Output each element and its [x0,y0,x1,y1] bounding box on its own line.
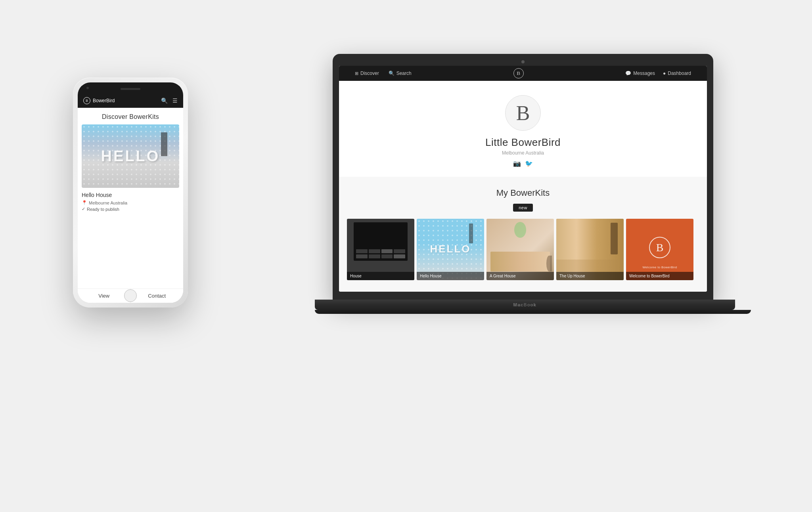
phone-brand: B BowerBird [83,97,115,104]
laptop-nav-center: B [513,68,524,78]
bowerkits-section: My BowerKits new [339,177,707,291]
contact-button[interactable]: Contact [131,289,184,303]
laptop-foot [315,310,751,314]
dashboard-nav-item[interactable]: ● Dashboard [663,71,691,76]
search-nav-item[interactable]: 🔍 Search [389,71,412,76]
laptop-navbar: ⊞ Discover 🔍 Search B [339,66,707,81]
instagram-icon[interactable]: 📷 [513,160,521,167]
logo-letter: B [517,70,520,76]
logo-circle[interactable]: B [513,68,524,78]
laptop-base: MacBook [315,300,735,310]
twitter-icon[interactable]: 🐦 [525,160,533,167]
phone-speaker [121,88,140,90]
laptop-body: ⊞ Discover 🔍 Search B [333,54,713,300]
card-label-up: The Up House [556,272,624,280]
bowerkit-card-hello-house[interactable]: HELLO Hello House [417,219,484,280]
phone-card-status: ✓ Ready to publish [82,206,179,212]
phone-content: Discover BowerKits HELLO Hello House 📍 M… [78,108,183,303]
profile-social: 📷 🐦 [513,160,533,167]
messages-nav-item[interactable]: 💬 Messages [625,71,655,76]
phone-camera [86,87,89,89]
phone-card-title: Hello House [82,192,179,198]
profile-location: Melbourne Australia [502,150,544,156]
messages-label: Messages [633,71,655,76]
phone-search-icon[interactable]: 🔍 [161,97,168,104]
check-icon: ✓ [82,206,85,212]
phone-inner: B BowerBird 🔍 ☰ Discover BowerKits [78,82,183,303]
bowerkit-card-welcome[interactable]: B Welcome to BowerBird Welcome to BowerB… [626,219,693,280]
phone-notch [78,82,183,94]
phone-menu-icon[interactable]: ☰ [172,97,178,104]
phone-navbar: B BowerBird 🔍 ☰ [78,94,183,108]
bowerkit-card-up-house[interactable]: The Up House [556,219,624,280]
laptop: ⊞ Discover 🔍 Search B [315,54,731,434]
laptop-camera [521,60,525,63]
bowerkits-grid: House HELLO Hello House [347,219,699,280]
laptop-nav-right: 💬 Messages ● Dashboard [625,71,691,76]
laptop-content: B Little BowerBird Melbourne Australia 📷… [339,81,707,292]
phone-outer: B BowerBird 🔍 ☰ Discover BowerKits [73,78,188,308]
phone-nav-icons: 🔍 ☰ [161,97,178,104]
search-label: Search [396,71,412,76]
grid-icon: ⊞ [355,71,358,76]
macbook-label: MacBook [513,302,537,307]
card-label-hello: Hello House [417,272,484,280]
user-icon: ● [663,71,666,76]
search-icon: 🔍 [389,71,395,76]
profile-avatar: B [505,95,541,131]
card-label-house: House [347,272,414,280]
bowerkit-card-great-house[interactable]: A Great House [486,219,554,280]
hello-hero-text: HELLO [101,148,160,165]
phone-logo: B [83,97,90,104]
phone-discover-title: Discover BowerKits [78,108,183,124]
phone-hero-image: HELLO [82,124,179,188]
bowerkits-title: My BowerKits [496,188,550,198]
view-button[interactable]: View [78,289,131,303]
card-label-welcome: Welcome to BowerBird [626,272,693,280]
phone-brand-label: BowerBird [93,98,115,103]
phone-home-button[interactable] [124,289,137,302]
card-label-great: A Great House [486,272,554,280]
phone: B BowerBird 🔍 ☰ Discover BowerKits [73,78,188,308]
profile-name: Little BowerBird [485,136,561,149]
new-button[interactable]: new [513,204,533,212]
hero-window-detail [161,132,167,156]
phone-card-info: Hello House 📍 Melbourne Australia ✓ Read… [78,188,183,215]
discover-label: Discover [360,71,379,76]
profile-section: B Little BowerBird Melbourne Australia 📷… [339,81,707,177]
messages-icon: 💬 [625,71,631,76]
laptop-screen: ⊞ Discover 🔍 Search B [339,66,707,292]
dashboard-label: Dashboard [668,71,691,76]
laptop-nav-left: ⊞ Discover 🔍 Search [355,71,412,76]
phone-card-location: 📍 Melbourne Australia [82,200,179,205]
location-pin-icon: 📍 [82,200,87,205]
bowerkit-card-house[interactable]: House [347,219,414,280]
discover-nav-item[interactable]: ⊞ Discover [355,71,379,76]
